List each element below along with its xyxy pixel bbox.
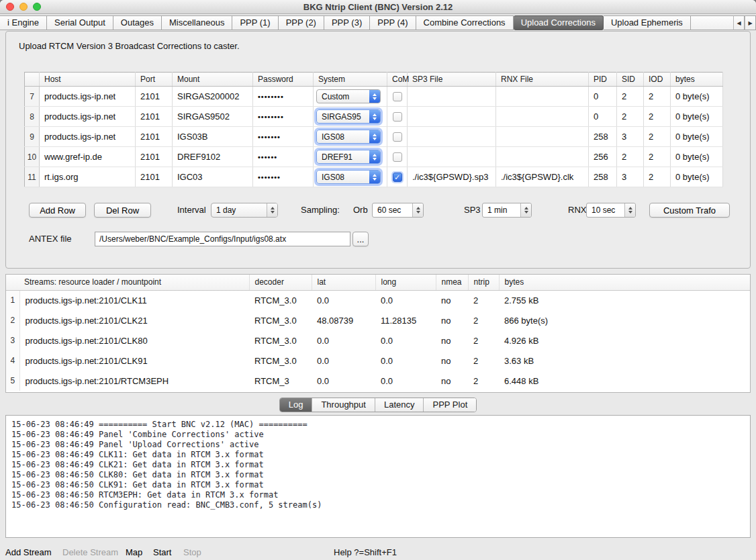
mount-cell[interactable]: IGC03 [173,167,253,187]
sp3-file-cell[interactable] [408,87,496,107]
rnx-file-cell[interactable] [496,127,589,147]
rnx-file-cell[interactable] [496,107,589,127]
add-row-button[interactable]: Add Row [29,203,86,218]
port-cell[interactable]: 2101 [136,167,173,187]
sp3-file-cell[interactable] [408,107,496,127]
tab-scroll-left-icon[interactable]: ◀ [733,15,745,30]
sid-cell[interactable]: 2 [617,87,644,107]
tab-miscellaneous[interactable]: Miscellaneous [162,15,232,30]
password-cell[interactable]: ••••••• [253,127,314,147]
rnx-file-cell[interactable]: ./ic3${GPSWD}.clk [496,167,589,187]
sp3-file-cell[interactable] [408,127,496,147]
sid-cell[interactable]: 2 [617,107,644,127]
column-header-mount[interactable]: Mount [173,73,253,87]
iod-cell[interactable]: 2 [644,107,671,127]
antex-file-input[interactable] [95,232,350,246]
sid-cell[interactable]: 3 [617,127,644,147]
custom-trafo-button[interactable]: Custom Trafo [649,203,730,218]
host-cell[interactable]: rt.igs.org [40,167,136,187]
tab-ppp-1[interactable]: PPP (1) [232,15,278,30]
bottom-tab-latency[interactable]: Latency [375,398,424,412]
bottom-tab-ppp-plot[interactable]: PPP Plot [424,398,476,412]
bottom-tab-log[interactable]: Log [280,398,313,412]
column-header-iod[interactable]: IOD [644,73,671,87]
system-select[interactable]: SIRGAS95 [316,109,381,124]
minimize-button[interactable] [19,3,28,11]
iod-cell[interactable]: 2 [644,87,671,107]
tab-ppp-3[interactable]: PPP (3) [324,15,370,30]
column-header-password[interactable]: Password [253,73,314,87]
system-select[interactable]: IGS08 [316,130,381,144]
system-select[interactable]: Custom [316,89,381,103]
password-cell[interactable]: •••••••• [253,87,314,107]
com-checkbox[interactable] [393,112,402,122]
sid-cell[interactable]: 2 [617,147,644,167]
system-select[interactable]: DREF91 [316,150,381,164]
pid-cell[interactable]: 0 [589,87,617,107]
pid-cell[interactable]: 258 [589,127,617,147]
tab-ppp-2[interactable]: PPP (2) [279,15,324,30]
sp3-sampling-spinner[interactable]: 1 min [482,203,532,218]
mount-cell[interactable]: SIRGAS9502 [173,107,253,127]
host-cell[interactable]: products.igs-ip.net [40,87,136,107]
com-checkbox[interactable] [393,152,402,162]
tab-outages[interactable]: Outages [113,15,162,30]
pid-cell[interactable]: 258 [589,167,617,187]
tab-combine-corrections[interactable]: Combine Corrections [416,15,514,30]
password-cell[interactable]: ••••••• [253,167,314,187]
password-cell[interactable]: •••••• [253,147,314,167]
host-cell[interactable]: products.igs-ip.net [40,127,136,147]
tab-ppp-4[interactable]: PPP (4) [370,15,416,30]
column-header-host[interactable]: Host [40,73,136,87]
column-header-sp3-file[interactable]: SP3 File [408,73,496,87]
password-cell[interactable]: •••••••• [253,107,314,127]
column-header-rnx-file[interactable]: RNX File [496,73,589,87]
system-select[interactable]: IGS08 [316,170,381,184]
column-header-port[interactable]: Port [136,73,173,87]
tab-upload-ephemeris[interactable]: Upload Ephemeris [604,15,691,30]
stream-row[interactable]: 2products.igs-ip.net:2101/CLK21RTCM_3.04… [6,310,750,330]
map-button[interactable]: Map [126,547,142,557]
rnx-sampling-spinner[interactable]: 10 sec [586,203,636,218]
tab-i-engine[interactable]: i Engine [0,15,47,30]
orb-sampling-spinner[interactable]: 60 sec [372,203,424,218]
port-cell[interactable]: 2101 [136,147,173,167]
column-header-com[interactable]: CoM [387,73,408,87]
port-cell[interactable]: 2101 [136,127,173,147]
stream-row[interactable]: 5products.igs-ip.net:2101/RTCM3EPHRTCM_3… [6,371,750,391]
pid-cell[interactable]: 256 [589,147,617,167]
column-header-bytes[interactable]: bytes [671,73,723,87]
com-checkbox[interactable]: ✓ [393,173,402,182]
bottom-tab-throughput[interactable]: Throughput [312,398,375,412]
start-button[interactable]: Start [153,547,171,557]
mount-cell[interactable]: SIRGAS200002 [173,87,253,107]
close-button[interactable] [6,3,14,11]
iod-cell[interactable]: 2 [644,167,671,187]
zoom-button[interactable] [33,3,41,11]
sid-cell[interactable]: 3 [617,167,644,187]
port-cell[interactable]: 2101 [136,87,173,107]
rnx-file-cell[interactable] [496,147,589,167]
com-checkbox[interactable] [393,92,402,101]
del-row-button[interactable]: Del Row [94,203,151,218]
tab-serial-output[interactable]: Serial Output [47,15,113,30]
tab-scroll-right-icon[interactable]: ▶ [745,15,756,30]
stream-row[interactable]: 4products.igs-ip.net:2101/CLK91RTCM_3.00… [6,351,750,371]
column-header-system[interactable]: System [314,73,387,87]
mount-cell[interactable]: IGS03B [173,127,253,147]
host-cell[interactable]: www.gref-ip.de [40,147,136,167]
stream-row[interactable]: 3products.igs-ip.net:2101/CLK80RTCM_3.00… [6,330,750,351]
tab-upload-corrections[interactable]: Upload Corrections [514,15,604,30]
column-header-pid[interactable]: PID [589,73,617,87]
column-header-sid[interactable]: SID [617,73,644,87]
mount-cell[interactable]: DREF9102 [173,147,253,167]
add-stream-button[interactable]: Add Stream [5,547,52,557]
iod-cell[interactable]: 2 [644,147,671,167]
port-cell[interactable]: 2101 [136,107,173,127]
com-checkbox[interactable] [393,132,402,142]
rnx-file-cell[interactable] [496,87,589,107]
sp3-file-cell[interactable] [408,147,496,167]
antex-browse-button[interactable]: ... [352,232,369,246]
pid-cell[interactable]: 0 [589,107,617,127]
sp3-file-cell[interactable]: ./ic3${GPSWD}.sp3 [408,167,496,187]
